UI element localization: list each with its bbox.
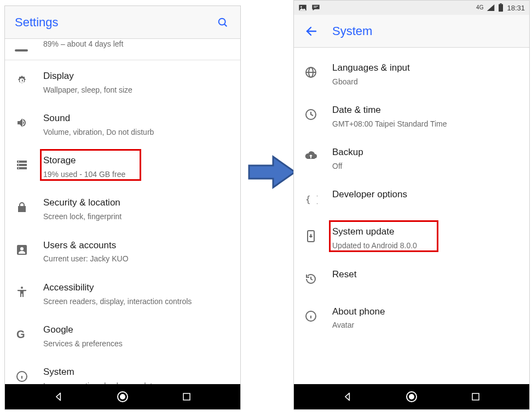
svg-point-7 xyxy=(18,164,19,165)
nav-recent-icon xyxy=(182,392,192,402)
nav-home-icon xyxy=(116,390,129,403)
svg-line-1 xyxy=(224,24,227,26)
item-sub: Gboard xyxy=(332,77,519,87)
header-settings: Settings xyxy=(5,6,240,39)
item-label: Users & accounts xyxy=(43,239,230,252)
item-sub: Screen readers, display, interaction con… xyxy=(43,296,230,306)
item-label: Developer options xyxy=(332,188,519,201)
nav-back[interactable] xyxy=(51,390,66,404)
nav-home[interactable] xyxy=(404,390,419,404)
item-label: Date & time xyxy=(332,104,519,117)
list-item-system-update[interactable]: System update Updated to Android 8.0.0 xyxy=(294,217,529,259)
svg-rect-35 xyxy=(472,393,479,400)
battery-icon xyxy=(13,40,31,59)
system-list: Languages & input Gboard Date & time GMT… xyxy=(294,48,529,339)
list-item-battery[interactable]: 89% – about 4 days left xyxy=(5,39,240,60)
item-label: About phone xyxy=(332,306,519,318)
list-item-accessibility[interactable]: Accessibility Screen readers, display, i… xyxy=(5,273,240,315)
list-item-sound[interactable]: Sound Volume, vibration, Do not disturb xyxy=(5,104,240,146)
nav-home-icon xyxy=(405,390,418,403)
item-sub: Current user: Jacky KUO xyxy=(43,254,230,264)
svg-point-17 xyxy=(120,395,125,399)
list-item-backup[interactable]: Backup Off xyxy=(294,138,529,180)
brightness-icon xyxy=(13,71,31,90)
nav-recent[interactable] xyxy=(180,390,194,404)
svg-rect-21 xyxy=(499,4,503,12)
nav-recent[interactable] xyxy=(469,390,483,404)
list-item-security[interactable]: Security & location Screen lock, fingerp… xyxy=(5,188,240,230)
nav-back-icon xyxy=(53,391,64,402)
list-item-developer[interactable]: { } Developer options xyxy=(294,180,529,217)
signal-icon xyxy=(487,4,495,12)
nav-bar xyxy=(5,384,240,409)
item-sub: Screen lock, fingerprint xyxy=(43,212,230,221)
clock-icon xyxy=(302,105,320,124)
item-label: Languages & input xyxy=(332,62,519,75)
item-label: Backup xyxy=(332,146,519,159)
item-sub: 19% used - 104 GB free xyxy=(43,169,230,179)
list-item-about[interactable]: About phone Avatar xyxy=(294,297,529,339)
image-notif-icon xyxy=(298,4,307,12)
status-time: 18:31 xyxy=(507,4,525,12)
list-item-datetime[interactable]: Date & time GMT+08:00 Taipei Standard Ti… xyxy=(294,95,529,138)
nav-recent-icon xyxy=(471,392,481,402)
item-label: Security & location xyxy=(43,197,230,209)
nav-bar xyxy=(294,384,529,409)
svg-text:{ }: { } xyxy=(305,194,317,204)
lock-icon xyxy=(13,198,31,216)
message-notif-icon xyxy=(311,4,320,12)
nav-home[interactable] xyxy=(115,390,130,404)
globe-icon xyxy=(302,63,320,82)
accessibility-icon xyxy=(13,283,31,301)
cloud-upload-icon xyxy=(302,147,320,166)
item-sub: Services & preferences xyxy=(43,339,230,349)
arrow-left-icon xyxy=(305,25,318,38)
svg-rect-22 xyxy=(500,3,502,4)
svg-point-6 xyxy=(18,161,19,162)
svg-rect-2 xyxy=(15,49,28,52)
list-item-google[interactable]: G Google Services & preferences xyxy=(5,315,240,357)
arrow-right xyxy=(248,153,297,191)
search-button[interactable] xyxy=(215,15,230,30)
system-update-icon xyxy=(302,227,320,245)
item-sub: Updated to Android 8.0.0 xyxy=(332,241,519,250)
item-label: System update xyxy=(332,226,519,238)
list-item-languages[interactable]: Languages & input Gboard xyxy=(294,53,529,95)
storage-icon xyxy=(13,156,31,174)
nav-back-icon xyxy=(342,391,353,402)
restore-icon xyxy=(302,270,320,288)
back-button[interactable] xyxy=(304,24,319,39)
info-icon xyxy=(302,307,320,325)
phone-system: 4G 18:31 System Languages & input Gboard xyxy=(293,0,530,410)
list-item-users[interactable]: Users & accounts Current user: Jacky KUO xyxy=(5,231,240,273)
item-sub: GMT+08:00 Taipei Standard Time xyxy=(332,119,519,129)
nav-back[interactable] xyxy=(340,390,355,404)
braces-icon: { } xyxy=(302,190,320,208)
network-label: 4G xyxy=(476,5,483,10)
item-label: Accessibility xyxy=(43,282,230,294)
svg-point-11 xyxy=(21,287,23,289)
item-sub: Volume, vibration, Do not disturb xyxy=(43,127,230,137)
volume-icon xyxy=(13,113,31,132)
battery-sub: 89% – about 4 days left xyxy=(43,39,230,49)
item-label: System xyxy=(43,366,230,379)
svg-text:G: G xyxy=(16,328,25,340)
settings-list: 89% – about 4 days left Display Wallpape… xyxy=(5,39,240,399)
list-item-storage[interactable]: Storage 19% used - 104 GB free xyxy=(5,146,240,188)
list-item-display[interactable]: Display Wallpaper, sleep, font size xyxy=(5,61,240,104)
list-item-reset[interactable]: Reset xyxy=(294,260,529,297)
item-label: Reset xyxy=(332,269,519,281)
item-label: Storage xyxy=(43,155,230,167)
status-bar: 4G 18:31 xyxy=(294,1,529,15)
item-label: Display xyxy=(43,70,230,83)
svg-point-0 xyxy=(219,18,225,25)
item-sub: Avatar xyxy=(332,320,519,330)
info-icon xyxy=(13,367,31,386)
header-title: Settings xyxy=(15,15,102,30)
svg-point-10 xyxy=(20,247,24,250)
phone-settings: Settings 89% – about 4 days left Display… xyxy=(4,5,241,410)
header-title: System xyxy=(332,24,372,38)
item-sub: Off xyxy=(332,161,519,171)
search-icon xyxy=(217,16,229,28)
item-label: Sound xyxy=(43,112,230,125)
